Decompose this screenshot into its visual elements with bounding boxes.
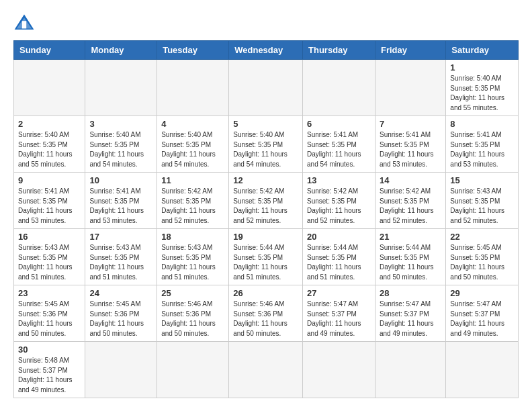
calendar-cell: 4Sunrise: 5:40 AM Sunset: 5:35 PM Daylig… — [157, 116, 229, 173]
weekday-header-tuesday: Tuesday — [157, 41, 229, 60]
calendar-cell: 20Sunrise: 5:44 AM Sunset: 5:35 PM Dayli… — [303, 229, 375, 285]
week-row-1: 1Sunrise: 5:40 AM Sunset: 5:35 PM Daylig… — [14, 60, 519, 116]
day-info: Sunrise: 5:45 AM Sunset: 5:36 PM Dayligh… — [18, 300, 81, 338]
weekday-header-row: SundayMondayTuesdayWednesdayThursdayFrid… — [14, 41, 519, 60]
weekday-header-sunday: Sunday — [14, 41, 85, 60]
weekday-header-wednesday: Wednesday — [229, 41, 303, 60]
day-number: 10 — [89, 175, 152, 185]
calendar-cell: 26Sunrise: 5:46 AM Sunset: 5:36 PM Dayli… — [229, 285, 303, 342]
day-info: Sunrise: 5:45 AM Sunset: 5:36 PM Dayligh… — [89, 300, 152, 338]
day-number: 11 — [161, 175, 224, 185]
week-row-6: 30Sunrise: 5:48 AM Sunset: 5:37 PM Dayli… — [14, 342, 519, 398]
day-number: 15 — [450, 175, 514, 185]
day-info: Sunrise: 5:40 AM Sunset: 5:35 PM Dayligh… — [89, 130, 152, 169]
calendar-cell — [375, 342, 445, 398]
day-number: 16 — [18, 232, 81, 242]
day-number: 25 — [161, 288, 224, 298]
day-info: Sunrise: 5:44 AM Sunset: 5:35 PM Dayligh… — [233, 243, 298, 282]
day-number: 6 — [307, 119, 371, 129]
day-number: 23 — [18, 288, 81, 298]
calendar-cell: 14Sunrise: 5:42 AM Sunset: 5:35 PM Dayli… — [375, 173, 445, 229]
day-info: Sunrise: 5:41 AM Sunset: 5:35 PM Dayligh… — [380, 130, 441, 169]
calendar-cell: 23Sunrise: 5:45 AM Sunset: 5:36 PM Dayli… — [14, 285, 85, 342]
day-info: Sunrise: 5:44 AM Sunset: 5:35 PM Dayligh… — [307, 243, 371, 282]
day-info: Sunrise: 5:47 AM Sunset: 5:37 PM Dayligh… — [450, 300, 514, 338]
calendar-cell: 22Sunrise: 5:45 AM Sunset: 5:35 PM Dayli… — [446, 229, 519, 285]
day-number: 26 — [233, 288, 298, 298]
day-number: 27 — [307, 288, 371, 298]
calendar-cell — [157, 342, 229, 398]
day-info: Sunrise: 5:40 AM Sunset: 5:35 PM Dayligh… — [161, 130, 224, 169]
calendar-cell — [303, 342, 375, 398]
day-info: Sunrise: 5:41 AM Sunset: 5:35 PM Dayligh… — [89, 187, 152, 226]
day-number: 3 — [89, 119, 152, 129]
header — [13, 13, 519, 32]
calendar-cell: 9Sunrise: 5:41 AM Sunset: 5:35 PM Daylig… — [14, 173, 85, 229]
day-info: Sunrise: 5:41 AM Sunset: 5:35 PM Dayligh… — [450, 130, 514, 169]
day-number: 9 — [18, 175, 81, 185]
calendar-cell: 27Sunrise: 5:47 AM Sunset: 5:37 PM Dayli… — [303, 285, 375, 342]
calendar-cell: 11Sunrise: 5:42 AM Sunset: 5:35 PM Dayli… — [157, 173, 229, 229]
weekday-header-friday: Friday — [375, 41, 445, 60]
day-number: 2 — [18, 119, 81, 129]
calendar-cell: 30Sunrise: 5:48 AM Sunset: 5:37 PM Dayli… — [14, 342, 85, 398]
day-number: 4 — [161, 119, 224, 129]
week-row-2: 2Sunrise: 5:40 AM Sunset: 5:35 PM Daylig… — [14, 116, 519, 173]
calendar-cell — [229, 342, 303, 398]
day-number: 24 — [89, 288, 152, 298]
calendar-cell: 1Sunrise: 5:40 AM Sunset: 5:35 PM Daylig… — [446, 60, 519, 116]
day-number: 22 — [450, 232, 514, 242]
calendar-cell: 2Sunrise: 5:40 AM Sunset: 5:35 PM Daylig… — [14, 116, 85, 173]
calendar-cell: 24Sunrise: 5:45 AM Sunset: 5:36 PM Dayli… — [85, 285, 157, 342]
day-info: Sunrise: 5:48 AM Sunset: 5:37 PM Dayligh… — [18, 356, 81, 395]
day-info: Sunrise: 5:46 AM Sunset: 5:36 PM Dayligh… — [233, 300, 298, 338]
calendar-cell: 7Sunrise: 5:41 AM Sunset: 5:35 PM Daylig… — [375, 116, 445, 173]
calendar-cell — [85, 60, 157, 116]
day-info: Sunrise: 5:46 AM Sunset: 5:36 PM Dayligh… — [161, 300, 224, 338]
day-number: 21 — [380, 232, 441, 242]
calendar-cell: 3Sunrise: 5:40 AM Sunset: 5:35 PM Daylig… — [85, 116, 157, 173]
calendar-cell: 5Sunrise: 5:40 AM Sunset: 5:35 PM Daylig… — [229, 116, 303, 173]
svg-rect-2 — [22, 21, 26, 28]
day-info: Sunrise: 5:40 AM Sunset: 5:35 PM Dayligh… — [233, 130, 298, 169]
calendar-cell: 6Sunrise: 5:41 AM Sunset: 5:35 PM Daylig… — [303, 116, 375, 173]
weekday-header-monday: Monday — [85, 41, 157, 60]
day-info: Sunrise: 5:43 AM Sunset: 5:35 PM Dayligh… — [450, 187, 514, 226]
day-info: Sunrise: 5:43 AM Sunset: 5:35 PM Dayligh… — [89, 243, 152, 282]
week-row-4: 16Sunrise: 5:43 AM Sunset: 5:35 PM Dayli… — [14, 229, 519, 285]
day-info: Sunrise: 5:42 AM Sunset: 5:35 PM Dayligh… — [307, 187, 371, 226]
day-number: 29 — [450, 288, 514, 298]
calendar-cell: 10Sunrise: 5:41 AM Sunset: 5:35 PM Dayli… — [85, 173, 157, 229]
day-number: 5 — [233, 119, 298, 129]
calendar-cell — [14, 60, 85, 116]
day-info: Sunrise: 5:40 AM Sunset: 5:35 PM Dayligh… — [18, 130, 81, 169]
day-number: 28 — [380, 288, 441, 298]
calendar-cell: 13Sunrise: 5:42 AM Sunset: 5:35 PM Dayli… — [303, 173, 375, 229]
day-info: Sunrise: 5:42 AM Sunset: 5:35 PM Dayligh… — [161, 187, 224, 226]
page: SundayMondayTuesdayWednesdayThursdayFrid… — [0, 0, 532, 411]
day-number: 18 — [161, 232, 224, 242]
day-number: 17 — [89, 232, 152, 242]
calendar-cell: 8Sunrise: 5:41 AM Sunset: 5:35 PM Daylig… — [446, 116, 519, 173]
calendar-cell — [303, 60, 375, 116]
calendar-cell — [229, 60, 303, 116]
calendar-cell — [85, 342, 157, 398]
day-info: Sunrise: 5:43 AM Sunset: 5:35 PM Dayligh… — [161, 243, 224, 282]
calendar-cell: 18Sunrise: 5:43 AM Sunset: 5:35 PM Dayli… — [157, 229, 229, 285]
day-number: 30 — [18, 345, 81, 355]
day-info: Sunrise: 5:43 AM Sunset: 5:35 PM Dayligh… — [18, 243, 81, 282]
day-info: Sunrise: 5:40 AM Sunset: 5:35 PM Dayligh… — [450, 74, 514, 113]
calendar-cell: 16Sunrise: 5:43 AM Sunset: 5:35 PM Dayli… — [14, 229, 85, 285]
day-number: 20 — [307, 232, 371, 242]
day-info: Sunrise: 5:47 AM Sunset: 5:37 PM Dayligh… — [380, 300, 441, 338]
day-number: 13 — [307, 175, 371, 185]
day-info: Sunrise: 5:44 AM Sunset: 5:35 PM Dayligh… — [380, 243, 441, 282]
calendar-cell — [157, 60, 229, 116]
week-row-3: 9Sunrise: 5:41 AM Sunset: 5:35 PM Daylig… — [14, 173, 519, 229]
calendar-cell: 19Sunrise: 5:44 AM Sunset: 5:35 PM Dayli… — [229, 229, 303, 285]
calendar-cell — [375, 60, 445, 116]
day-info: Sunrise: 5:41 AM Sunset: 5:35 PM Dayligh… — [18, 187, 81, 226]
day-info: Sunrise: 5:47 AM Sunset: 5:37 PM Dayligh… — [307, 300, 371, 338]
calendar-cell: 15Sunrise: 5:43 AM Sunset: 5:35 PM Dayli… — [446, 173, 519, 229]
calendar-cell: 21Sunrise: 5:44 AM Sunset: 5:35 PM Dayli… — [375, 229, 445, 285]
